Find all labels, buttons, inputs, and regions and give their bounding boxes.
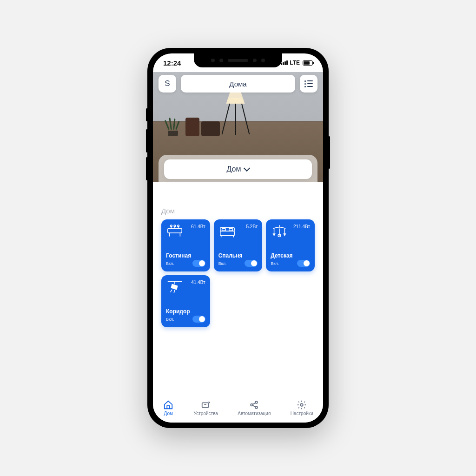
dropdown-label: Дом xyxy=(227,165,241,173)
signal-icon xyxy=(281,60,288,65)
sheet-header: Дом xyxy=(159,155,317,187)
svg-rect-0 xyxy=(168,228,182,232)
section-title: Дом xyxy=(161,207,315,215)
room-toggle[interactable] xyxy=(192,316,205,323)
svg-point-6 xyxy=(170,225,172,227)
room-toggle[interactable] xyxy=(245,260,258,267)
room-state: Вкл. xyxy=(166,317,174,322)
home-icon xyxy=(163,400,174,410)
svg-line-22 xyxy=(174,290,175,293)
svg-rect-11 xyxy=(222,228,225,231)
status-time: 12:24 xyxy=(163,59,181,67)
room-state: Вкл. xyxy=(218,261,227,266)
notch xyxy=(194,53,282,67)
room-card-hallway[interactable]: 41.4Вт Коридор Вкл. xyxy=(161,275,210,327)
phone-frame: 12:24 LTE S Дома xyxy=(147,48,329,428)
avatar-letter: S xyxy=(165,79,170,88)
tab-bar: Дом Устройства Автоматизация xyxy=(153,393,323,423)
room-name: Детская xyxy=(271,252,310,259)
room-name: Спальня xyxy=(218,252,258,259)
room-watt: 61.4Вт xyxy=(191,224,205,229)
svg-line-27 xyxy=(252,403,255,404)
floor-dropdown[interactable]: Дом xyxy=(164,159,312,179)
room-watt: 5.2Вт xyxy=(246,224,258,229)
hero-image: S Дома xyxy=(153,72,323,182)
room-watt: 211.4Вт xyxy=(293,224,310,229)
gear-icon xyxy=(296,400,307,410)
room-watt: 41.4Вт xyxy=(191,280,205,285)
battery-icon xyxy=(303,60,313,66)
volume-down-button xyxy=(146,157,148,180)
svg-line-28 xyxy=(252,405,255,407)
tab-home[interactable]: Дом xyxy=(163,400,174,416)
room-card-bedroom[interactable]: 5.2Вт Спальня Вкл. xyxy=(214,219,263,271)
tab-label: Автоматизация xyxy=(238,411,271,416)
list-view-button[interactable] xyxy=(300,75,317,93)
svg-point-29 xyxy=(301,403,304,406)
share-icon xyxy=(249,400,260,410)
mobile-toy-icon xyxy=(271,224,288,239)
scene-decor xyxy=(185,118,199,136)
svg-rect-23 xyxy=(202,403,208,407)
svg-rect-10 xyxy=(220,231,234,235)
scene-plant xyxy=(168,118,178,136)
home-selector[interactable]: Дома xyxy=(181,75,295,93)
svg-point-8 xyxy=(178,225,179,227)
svg-point-7 xyxy=(174,225,176,227)
room-card-kids[interactable]: 211.4Вт Детская Вкл. xyxy=(266,219,315,271)
tab-label: Дом xyxy=(164,411,173,416)
tab-label: Устройства xyxy=(194,411,218,416)
room-state: Вкл. xyxy=(271,261,279,266)
room-state: Вкл. xyxy=(166,261,174,266)
tab-devices[interactable]: Устройства xyxy=(194,400,218,416)
chevron-down-icon xyxy=(244,165,250,172)
room-name: Гостиная xyxy=(166,252,205,259)
devices-icon xyxy=(200,400,212,410)
tab-automation[interactable]: Автоматизация xyxy=(238,400,271,416)
list-icon xyxy=(304,80,313,87)
rooms-grid: 61.4Вт Гостиная Вкл. xyxy=(161,219,315,327)
scene-decor xyxy=(201,121,220,136)
tab-label: Настройки xyxy=(291,411,313,416)
volume-up-button xyxy=(146,129,148,152)
network-label: LTE xyxy=(290,60,300,66)
screen: 12:24 LTE S Дома xyxy=(153,53,323,423)
room-name: Коридор xyxy=(166,308,205,315)
svg-line-21 xyxy=(170,290,172,292)
content-area: Дом 61.4Вт Гост xyxy=(153,182,323,393)
room-toggle[interactable] xyxy=(192,260,205,267)
bed-icon xyxy=(218,224,236,239)
room-card-living[interactable]: 61.4Вт Гостиная Вкл. xyxy=(161,219,210,271)
tab-settings[interactable]: Настройки xyxy=(291,400,313,416)
avatar-button[interactable]: S xyxy=(159,75,176,93)
side-button xyxy=(146,108,148,121)
scene-lamp xyxy=(223,93,248,135)
power-button xyxy=(328,136,330,169)
room-toggle[interactable] xyxy=(297,260,310,267)
spotlight-icon xyxy=(166,280,184,295)
svg-rect-12 xyxy=(229,228,232,231)
home-label: Дома xyxy=(229,80,246,88)
foosball-icon xyxy=(166,224,184,239)
